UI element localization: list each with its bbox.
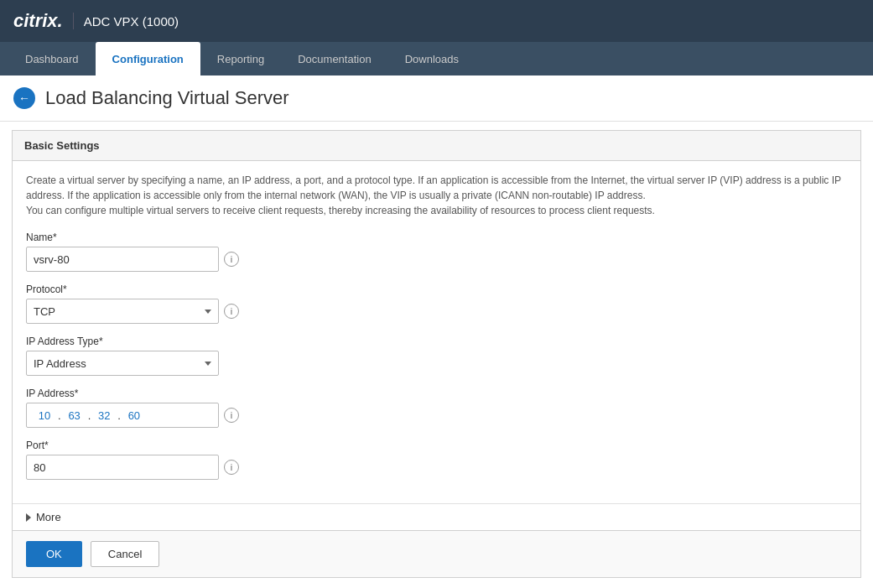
app-header: citrix. ADC VPX (1000) <box>0 0 873 42</box>
ip-address-label: IP Address* <box>26 388 847 399</box>
info-line2: You can configure multiple virtual serve… <box>26 205 655 216</box>
more-chevron-icon <box>26 513 31 522</box>
panel-header: Basic Settings <box>13 131 860 161</box>
name-label: Name* <box>26 232 847 243</box>
ip-type-label: IP Address Type* <box>26 336 847 347</box>
tab-reporting[interactable]: Reporting <box>200 42 281 75</box>
ip-address-field: . . . <box>26 403 219 428</box>
protocol-select[interactable]: TCP HTTP FTP SSL UDP <box>26 299 219 324</box>
name-info-icon[interactable]: i <box>224 252 239 267</box>
protocol-label: Protocol* <box>26 284 847 295</box>
name-input[interactable] <box>26 247 219 272</box>
more-section[interactable]: More <box>13 503 860 530</box>
ip-octet-2[interactable] <box>62 409 87 422</box>
citrix-logo-text: citrix. <box>13 10 63 32</box>
name-field-group: Name* i <box>26 232 847 272</box>
app-title: ADC VPX (1000) <box>84 14 179 29</box>
tab-configuration[interactable]: Configuration <box>96 42 200 75</box>
ip-address-row: . . . i <box>26 403 847 428</box>
protocol-info-icon[interactable]: i <box>224 304 239 319</box>
page-content: ← Load Balancing Virtual Server Basic Se… <box>0 75 873 588</box>
cancel-button[interactable]: Cancel <box>91 541 159 567</box>
ip-octet-1[interactable] <box>32 409 57 422</box>
ip-type-row: IP Address Non Addressable <box>26 351 847 376</box>
ip-type-select[interactable]: IP Address Non Addressable <box>26 351 219 376</box>
ok-button[interactable]: OK <box>26 541 82 567</box>
ip-info-icon[interactable]: i <box>224 408 239 423</box>
tab-documentation[interactable]: Documentation <box>281 42 387 75</box>
port-field-group: Port* i <box>26 440 847 480</box>
ip-octet-3[interactable] <box>91 409 117 422</box>
port-label: Port* <box>26 440 847 451</box>
more-label: More <box>36 511 61 523</box>
form-actions: OK Cancel <box>13 530 860 577</box>
port-info-icon[interactable]: i <box>224 460 239 475</box>
ip-octet-4[interactable] <box>122 409 147 422</box>
panel-body: Create a virtual server by specifying a … <box>13 161 860 503</box>
brand-logo: citrix. ADC VPX (1000) <box>13 10 179 32</box>
protocol-field-group: Protocol* TCP HTTP FTP SSL UDP i <box>26 284 847 324</box>
nav-bar: Dashboard Configuration Reporting Docume… <box>0 42 873 75</box>
name-row: i <box>26 247 847 272</box>
ip-type-field-group: IP Address Type* IP Address Non Addressa… <box>26 336 847 376</box>
basic-settings-panel: Basic Settings Create a virtual server b… <box>12 130 861 578</box>
tab-downloads[interactable]: Downloads <box>388 42 475 75</box>
tab-dashboard[interactable]: Dashboard <box>8 42 96 75</box>
back-button[interactable]: ← <box>13 87 35 109</box>
page-title: Load Balancing Virtual Server <box>45 87 289 109</box>
page-header: ← Load Balancing Virtual Server <box>0 75 873 122</box>
header-divider <box>73 13 74 29</box>
info-line1: Create a virtual server by specifying a … <box>26 174 841 201</box>
port-input[interactable] <box>26 455 219 480</box>
protocol-row: TCP HTTP FTP SSL UDP i <box>26 299 847 324</box>
info-description: Create a virtual server by specifying a … <box>26 173 847 218</box>
ip-address-field-group: IP Address* . . . i <box>26 388 847 428</box>
port-row: i <box>26 455 847 480</box>
